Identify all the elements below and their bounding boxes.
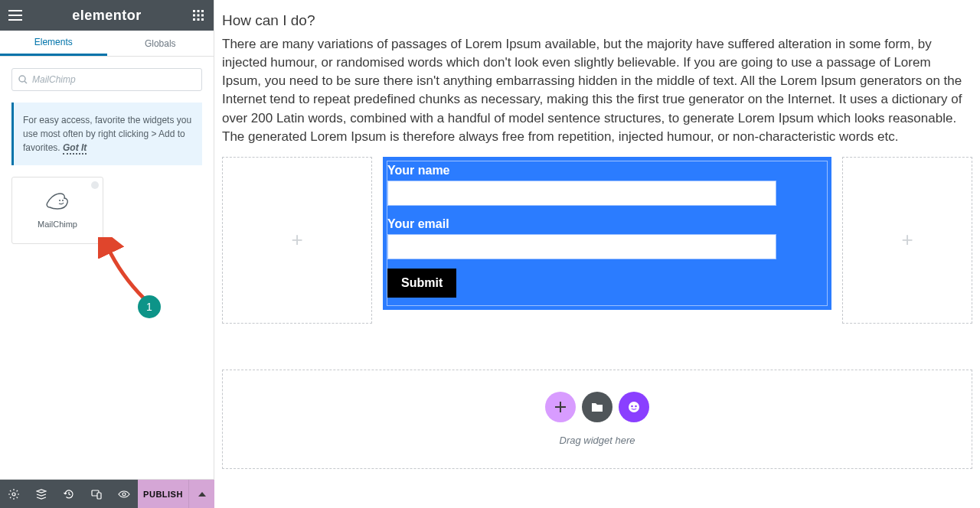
sidebar-footer: PUBLISH (0, 479, 214, 508)
tip-text: For easy access, favorite the widgets yo… (23, 115, 191, 153)
svg-rect-5 (201, 15, 204, 17)
svg-rect-3 (193, 15, 195, 17)
submit-button[interactable]: Submit (387, 269, 456, 298)
annotation-badge-1: 1 (138, 295, 161, 318)
search-box (11, 68, 202, 91)
add-section-button[interactable] (545, 392, 576, 422)
dropzone-buttons (545, 392, 649, 422)
elementor-sidebar: elementor Elements Globals For easy acce… (0, 0, 214, 508)
svg-line-10 (24, 81, 27, 83)
widget-grid: MailChimp (0, 177, 214, 244)
svg-point-12 (59, 200, 60, 201)
heading-widget[interactable]: How can I do? (222, 12, 972, 29)
svg-point-9 (19, 76, 25, 82)
settings-icon[interactable] (0, 480, 28, 509)
sidebar-tabs: Elements Globals (0, 31, 214, 57)
svg-point-20 (635, 405, 637, 408)
add-widget-icon[interactable]: + (901, 228, 913, 252)
favorites-tip: For easy access, favorite the widgets yo… (11, 103, 202, 165)
svg-rect-7 (198, 18, 200, 21)
sidebar-header: elementor (0, 0, 214, 31)
search-icon (18, 75, 28, 84)
preview-icon[interactable] (110, 480, 138, 509)
navigator-icon[interactable] (28, 480, 55, 509)
tab-globals[interactable]: Globals (107, 31, 214, 56)
menu-icon[interactable] (6, 6, 24, 24)
svg-point-14 (12, 493, 15, 496)
svg-point-11 (91, 181, 99, 189)
svg-rect-8 (201, 18, 204, 21)
tip-gotit-link[interactable]: Got It (63, 142, 87, 155)
svg-point-19 (631, 405, 633, 408)
editor-canvas: How can I do? There are many variations … (214, 0, 980, 508)
new-section-dropzone[interactable]: Drag widget here (222, 370, 972, 469)
svg-point-18 (629, 402, 639, 412)
svg-rect-4 (198, 15, 200, 17)
name-label: Your name (387, 161, 822, 181)
mailchimp-icon (45, 192, 70, 213)
tab-elements[interactable]: Elements (0, 31, 107, 56)
form-inner: Your name Your email Submit (387, 161, 828, 306)
apps-grid-icon[interactable] (189, 6, 207, 24)
search-wrap (0, 57, 214, 103)
widget-label: MailChimp (38, 220, 77, 229)
svg-rect-1 (198, 10, 200, 12)
widget-mailchimp[interactable]: MailChimp (11, 177, 103, 244)
email-label: Your email (387, 215, 822, 234)
footer-tools (0, 480, 138, 508)
svg-point-17 (122, 493, 126, 496)
history-icon[interactable] (55, 480, 83, 509)
svg-point-13 (62, 200, 64, 201)
email-input[interactable] (387, 234, 776, 259)
section-row: + Your name Your email Submit + (222, 157, 972, 324)
logo: elementor (72, 8, 142, 24)
publish-options-button[interactable] (188, 480, 214, 508)
ai-button[interactable] (619, 392, 649, 422)
svg-rect-0 (193, 10, 195, 12)
svg-rect-2 (201, 10, 204, 12)
svg-rect-6 (193, 18, 195, 21)
empty-column-right[interactable]: + (842, 157, 972, 324)
empty-column-left[interactable]: + (222, 157, 372, 324)
dropzone-text: Drag widget here (560, 435, 635, 446)
form-column: Your name Your email Submit (383, 157, 831, 324)
svg-rect-16 (97, 493, 101, 499)
publish-button[interactable]: PUBLISH (138, 480, 188, 508)
responsive-icon[interactable] (83, 480, 110, 509)
search-input[interactable] (32, 74, 195, 85)
add-widget-icon[interactable]: + (291, 228, 302, 252)
mailchimp-form-widget[interactable]: Your name Your email Submit (383, 157, 831, 310)
template-library-button[interactable] (582, 392, 612, 422)
text-widget[interactable]: There are many variations of passages of… (222, 35, 972, 146)
name-input[interactable] (387, 181, 776, 206)
favorite-icon[interactable] (90, 181, 100, 190)
